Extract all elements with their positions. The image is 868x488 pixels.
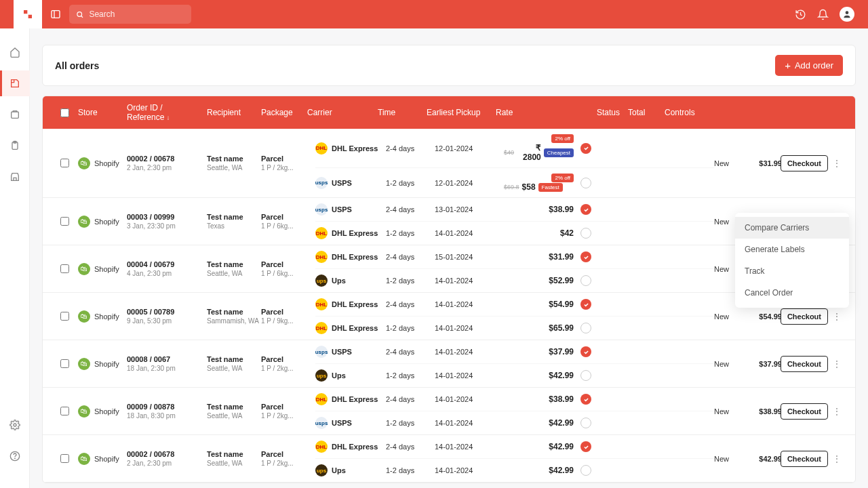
dropdown-item[interactable]: Track: [735, 260, 849, 282]
dropdown-item[interactable]: Cancel Order: [735, 282, 849, 304]
history-icon[interactable]: [795, 9, 806, 20]
nav-clipboard[interactable]: [0, 133, 30, 159]
row-checkbox[interactable]: [60, 407, 69, 415]
store-name: Shopify: [94, 265, 119, 273]
carrier-row[interactable]: uspsUSPS 1-2 days 14-01-2024 $42.99: [315, 411, 714, 434]
rate-value: $42.99: [549, 418, 574, 428]
nav-help[interactable]: [0, 443, 30, 469]
carrier-radio[interactable]: [580, 143, 591, 154]
col-pickup[interactable]: Earliest Pickup: [427, 108, 496, 117]
checkout-button[interactable]: Checkout: [781, 155, 828, 171]
carrier-radio[interactable]: [580, 299, 591, 310]
col-controls[interactable]: Controls: [665, 108, 730, 117]
carrier-row[interactable]: DHLDHL Express 2-4 days 15-01-2024 $31.9…: [315, 245, 714, 269]
carrier-row[interactable]: upsUps 1-2 days 14-01-2024 $52.99: [315, 269, 714, 292]
pickup-date: 14-01-2024: [435, 443, 504, 451]
more-actions-icon[interactable]: ⋮: [832, 158, 842, 169]
row-checkbox[interactable]: [60, 217, 69, 226]
carrier-radio[interactable]: [580, 204, 591, 215]
row-checkbox[interactable]: [60, 312, 69, 321]
checkout-button[interactable]: Checkout: [781, 356, 828, 372]
carrier-radio[interactable]: [580, 441, 591, 452]
package-type: Parcel: [261, 450, 307, 458]
svg-point-4: [846, 11, 849, 14]
col-recipient[interactable]: Recipient: [207, 108, 261, 117]
search-input[interactable]: [89, 9, 184, 19]
nav-store[interactable]: [0, 164, 30, 190]
carrier-row[interactable]: uspsUSPS 2-4 days 14-01-2024 $37.99: [315, 340, 714, 364]
carrier-radio[interactable]: [580, 178, 591, 188]
carrier-radio[interactable]: [580, 323, 591, 333]
carrier-radio[interactable]: [580, 228, 591, 239]
add-order-button[interactable]: + Add order: [775, 55, 843, 76]
col-status[interactable]: Status: [597, 108, 628, 117]
nav-settings[interactable]: [0, 412, 30, 438]
carrier-row[interactable]: DHLDHL Express 2-4 days 14-01-2024 $54.9…: [315, 293, 714, 317]
carrier-row[interactable]: DHLDHL Express 1-2 days 14-01-2024 $42: [315, 222, 714, 245]
carrier-row[interactable]: DHLDHL Express 2-4 days 14-01-2024 $42.9…: [315, 435, 714, 459]
order-id: 00002 / 00678: [127, 450, 207, 458]
carrier-radio[interactable]: [580, 418, 591, 428]
delivery-time: 2-4 days: [386, 348, 435, 356]
carrier-logo: DHL: [315, 251, 328, 263]
nav-orders[interactable]: [0, 70, 30, 96]
package-type: Parcel: [261, 355, 307, 363]
delivery-time: 1-2 days: [386, 277, 435, 285]
carrier-row[interactable]: uspsUSPS 1-2 days 12-01-2024 2% off$69.8…: [315, 168, 714, 197]
carrier-radio[interactable]: [580, 370, 591, 381]
carrier-radio[interactable]: [580, 251, 591, 262]
row-checkbox[interactable]: [60, 264, 69, 273]
more-actions-icon[interactable]: ⋮: [832, 359, 842, 369]
order-date: 2 Jan, 2:30 pm: [127, 164, 207, 171]
carrier-radio[interactable]: [580, 275, 591, 286]
carrier-radio[interactable]: [580, 394, 591, 405]
carrier-row[interactable]: DHLDHL Express 2-4 days 14-01-2024 $38.9…: [315, 388, 714, 411]
nav-home[interactable]: [0, 39, 30, 65]
package-detail: 1 P / 6kg...: [261, 222, 307, 230]
dropdown-item[interactable]: Generate Labels: [735, 239, 849, 260]
sidebar-toggle-icon[interactable]: [50, 9, 61, 20]
col-package[interactable]: Package: [261, 108, 307, 117]
order-id: 00009 / 00878: [127, 403, 207, 411]
rate-old: $69.8: [504, 184, 519, 190]
col-rate[interactable]: Rate: [496, 108, 572, 117]
more-actions-icon[interactable]: ⋮: [832, 406, 842, 417]
rate-value: $54.99: [549, 300, 574, 309]
dropdown-item[interactable]: Compare Carriers: [735, 217, 849, 239]
checkout-button[interactable]: Checkout: [781, 451, 828, 467]
select-all-checkbox[interactable]: [60, 108, 69, 117]
nav-products[interactable]: [0, 102, 30, 127]
carrier-radio[interactable]: [580, 465, 591, 476]
carrier-row[interactable]: DHLDHL Express 1-2 days 14-01-2024 $65.9…: [315, 317, 714, 340]
rate-value: $38.99: [549, 394, 574, 404]
store-icon: 🛍: [78, 263, 90, 275]
user-avatar[interactable]: [840, 7, 854, 22]
svg-point-2: [77, 12, 82, 16]
checkout-button[interactable]: Checkout: [781, 403, 828, 420]
checkout-button[interactable]: Checkout: [781, 308, 828, 325]
rate-value: $42.99: [549, 442, 574, 451]
order-total: $38.99: [745, 407, 782, 415]
col-time[interactable]: Time: [378, 108, 427, 117]
search-box[interactable]: [69, 5, 191, 24]
carrier-radio[interactable]: [580, 346, 591, 357]
carrier-row[interactable]: DHLDHL Express 2-4 days 12-01-2024 2% of…: [315, 129, 714, 168]
more-actions-icon[interactable]: ⋮: [832, 453, 842, 464]
bell-icon[interactable]: [817, 9, 829, 20]
more-actions-icon[interactable]: ⋮: [832, 311, 842, 322]
carrier-row[interactable]: uspsUSPS 2-4 days 13-01-2024 $38.99: [315, 198, 714, 222]
col-order[interactable]: Order ID / Reference↓: [127, 103, 207, 122]
col-store[interactable]: Store: [78, 108, 127, 117]
carrier-row[interactable]: upsUps 1-2 days 14-01-2024 $42.99: [315, 364, 714, 387]
carrier-logo: DHL: [315, 142, 328, 155]
row-checkbox[interactable]: [60, 454, 69, 463]
row-checkbox[interactable]: [60, 159, 69, 167]
row-checkbox[interactable]: [60, 359, 69, 368]
table-row: 🛍Shopify 00002 / 006782 Jan, 2:30 pm Tes…: [43, 129, 855, 198]
col-carrier[interactable]: Carrier: [307, 108, 378, 117]
col-total[interactable]: Total: [628, 108, 665, 117]
rate-value: $42.99: [549, 466, 574, 475]
carrier-row[interactable]: upsUps 1-2 days 14-01-2024 $42.99: [315, 459, 714, 482]
carrier-logo: ups: [315, 464, 328, 476]
table-footer: Items per page 10 ‹ 12z...25 ›: [42, 483, 856, 488]
